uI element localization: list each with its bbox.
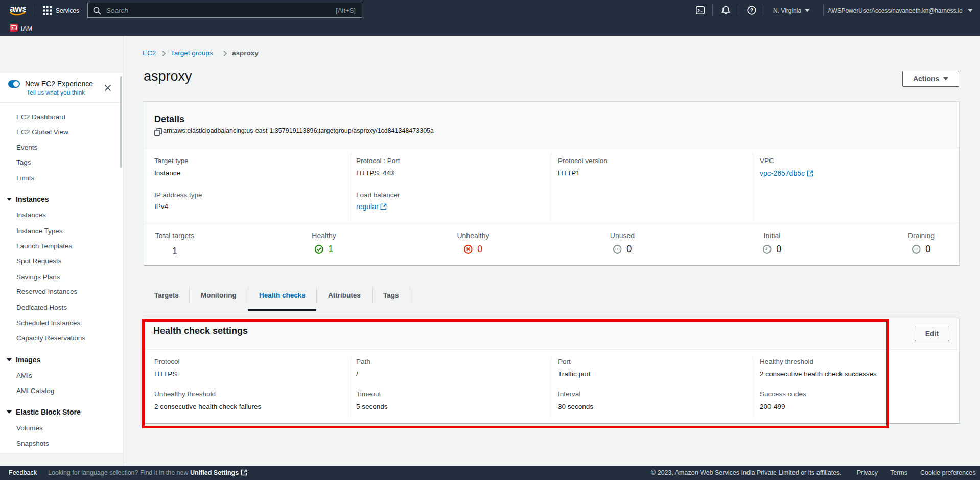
svg-text:?: ? <box>750 7 753 13</box>
